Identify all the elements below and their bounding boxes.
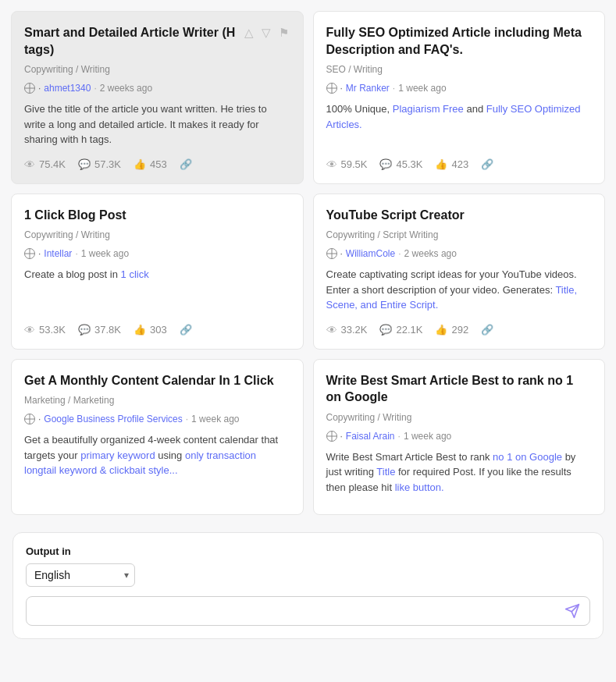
comment-icon-2: 💬 xyxy=(379,158,392,170)
prompt-input[interactable] xyxy=(36,605,564,617)
thumbup-action-btn[interactable]: △ xyxy=(243,24,255,41)
card-1-title: Smart and Detailed Article Writer (H tag… xyxy=(24,24,243,58)
thumb-icon-2: 👍 xyxy=(435,158,447,170)
card-6-author: · Faisal Arain · 1 week ago xyxy=(326,431,593,442)
globe-icon-4 xyxy=(326,248,337,259)
language-select-wrapper: English Spanish French German Italian Po… xyxy=(26,563,135,587)
card-3-description: Create a blog post in 1 click xyxy=(24,267,290,313)
card-5-description: Get a beautifully organized 4-week conte… xyxy=(24,432,290,501)
highlight-1click: 1 click xyxy=(121,268,149,280)
card-3-time: 1 week ago xyxy=(81,248,129,259)
card-6-time: 1 week ago xyxy=(404,431,451,442)
separator4: · xyxy=(393,83,395,94)
card-6-author-link[interactable]: Faisal Arain xyxy=(346,431,395,442)
send-button[interactable] xyxy=(564,603,580,619)
card-4-author-link[interactable]: WilliamCole xyxy=(346,248,395,259)
highlight-title: Title xyxy=(376,466,395,478)
card-3-comments-count: 37.8K xyxy=(94,324,121,336)
card-3-header: 1 Click Blog Post xyxy=(24,207,290,224)
card-4-category: Copywriting / Script Writing xyxy=(326,229,593,240)
card-2-header: Fully SEO Optimized Article including Me… xyxy=(326,24,593,58)
highlight-keyword: primary keyword xyxy=(80,449,155,461)
card-2-stats: 👁 59.5K 💬 45.3K 👍 423 🔗 xyxy=(326,158,593,171)
language-select[interactable]: English Spanish French German Italian Po… xyxy=(26,563,135,587)
link-icon: 🔗 xyxy=(180,158,192,170)
card-1-comments-count: 57.3K xyxy=(94,158,121,170)
card-3-likes: 👍 303 xyxy=(134,324,167,336)
card-6-description: Write Best Smart Article Best to rank no… xyxy=(326,449,593,502)
card-1-author: · ahmet1340 · 2 weeks ago xyxy=(24,83,290,94)
card-1-author-link[interactable]: ahmet1340 xyxy=(44,83,91,94)
card-3-views: 👁 53.3K xyxy=(24,324,66,336)
send-icon xyxy=(564,603,580,619)
card-4-views: 👁 33.2K xyxy=(326,324,368,336)
thumb-icon-4: 👍 xyxy=(435,324,447,336)
card-2-comments-count: 45.3K xyxy=(396,158,422,170)
globe-icon-6 xyxy=(326,431,337,442)
thumb-icon-3: 👍 xyxy=(134,324,146,336)
card-1-likes-count: 453 xyxy=(150,158,167,170)
card-1-category: Copywriting / Writing xyxy=(24,64,290,75)
highlight-like: like button. xyxy=(395,481,444,493)
card-6-category: Copywriting / Writing xyxy=(326,412,593,423)
card-3-author-link[interactable]: Intellar xyxy=(44,248,72,259)
comment-icon-3: 💬 xyxy=(78,324,91,336)
card-3-title: 1 Click Blog Post xyxy=(24,207,126,224)
card-2: Fully SEO Optimized Article including Me… xyxy=(313,11,606,184)
card-3-link: 🔗 xyxy=(180,324,192,336)
card-4-likes-count: 292 xyxy=(451,324,468,336)
globe-icon-5 xyxy=(24,414,35,424)
card-6-title: Write Best Smart Article Best to rank no… xyxy=(326,372,593,406)
eye-icon-2: 👁 xyxy=(326,158,337,171)
separator9: · xyxy=(38,414,41,424)
card-3-views-count: 53.3K xyxy=(39,324,66,336)
card-6: Write Best Smart Article Best to rank no… xyxy=(313,359,606,515)
card-3-category: Copywriting / Writing xyxy=(24,229,290,240)
card-5-category: Marketing / Marketing xyxy=(24,395,290,406)
card-5-header: Get A Monthly Content Calendar In 1 Clic… xyxy=(24,372,290,389)
card-1-link: 🔗 xyxy=(180,158,192,170)
card-4-title: YouTube Script Creator xyxy=(326,207,465,224)
input-row xyxy=(26,596,590,626)
card-2-author-link[interactable]: Mr Ranker xyxy=(346,83,390,94)
card-2-time: 1 week ago xyxy=(398,83,446,94)
thumbdown-action-btn[interactable]: ▽ xyxy=(260,24,272,41)
card-1: Smart and Detailed Article Writer (H tag… xyxy=(11,11,304,184)
card-3-comments: 💬 37.8K xyxy=(78,324,121,336)
card-4-author: · WilliamCole · 2 weeks ago xyxy=(326,248,593,259)
card-5-time: 1 week ago xyxy=(191,414,239,424)
card-5-author-link[interactable]: Google Business Profile Services xyxy=(44,414,182,424)
output-label: Output in xyxy=(26,545,590,557)
comment-icon-4: 💬 xyxy=(379,324,392,336)
separator10: · xyxy=(186,414,188,424)
card-1-views-count: 75.4K xyxy=(39,158,66,170)
card-4-likes: 👍 292 xyxy=(435,324,468,336)
separator8: · xyxy=(398,248,401,259)
card-2-comments: 💬 45.3K xyxy=(379,158,422,170)
separator3: · xyxy=(340,83,343,94)
separator5: · xyxy=(38,248,41,259)
card-1-stats: 👁 75.4K 💬 57.3K 👍 453 🔗 xyxy=(24,158,290,171)
eye-icon: 👁 xyxy=(24,158,35,171)
separator11: · xyxy=(340,431,343,442)
card-2-description: 100% Unique, Plagiarism Free and Fully S… xyxy=(326,101,593,147)
bottom-panel: Output in English Spanish French German … xyxy=(12,532,604,639)
flag-action-btn[interactable]: ⚑ xyxy=(277,24,290,41)
link-icon-3: 🔗 xyxy=(180,324,192,336)
card-2-author: · Mr Ranker · 1 week ago xyxy=(326,83,593,94)
card-2-category: SEO / Writing xyxy=(326,64,593,75)
separator: · xyxy=(38,83,41,94)
card-2-likes: 👍 423 xyxy=(435,158,468,170)
card-2-views-count: 59.5K xyxy=(341,158,368,170)
card-1-comments: 💬 57.3K xyxy=(78,158,121,170)
link-icon-2: 🔗 xyxy=(481,158,493,170)
cards-grid: Smart and Detailed Article Writer (H tag… xyxy=(0,0,616,526)
card-1-views: 👁 75.4K xyxy=(24,158,66,171)
highlight-script: Title, Scene, and Entire Script. xyxy=(326,284,578,311)
eye-icon-4: 👁 xyxy=(326,324,337,336)
globe-icon-3 xyxy=(24,248,35,259)
card-4-views-count: 33.2K xyxy=(341,324,368,336)
card-4-header: YouTube Script Creator xyxy=(326,207,593,224)
card-1-description: Give the title of the article you want w… xyxy=(24,101,290,147)
card-3-author: · Intellar · 1 week ago xyxy=(24,248,290,259)
